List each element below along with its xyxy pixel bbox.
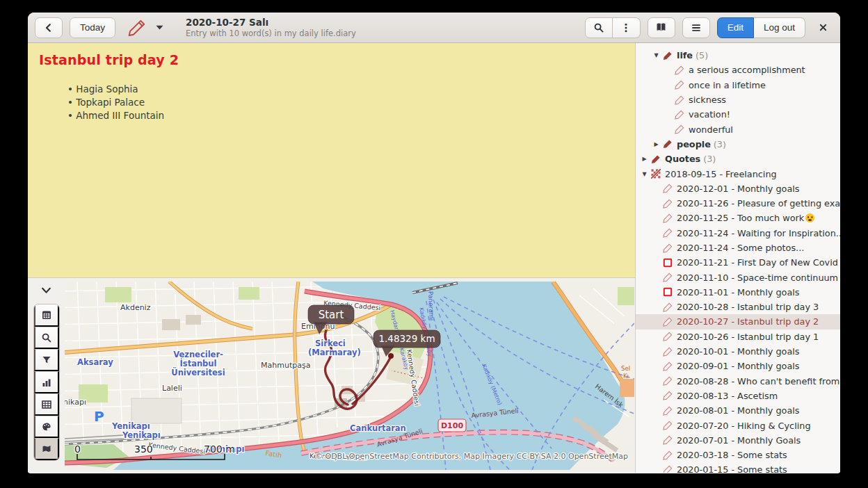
sidebar-row-label: 2020-11-01 - Monthly goals xyxy=(677,287,799,298)
sidebar-row[interactable]: 2020-11-24 - Some photos... xyxy=(636,241,840,255)
sidebar-row[interactable]: a serious accomplishment xyxy=(636,63,840,77)
sidebar-row[interactable]: ▼life(5) xyxy=(636,48,840,63)
sidebar-row[interactable]: 2020-07-20 - Hiking & Cycling xyxy=(636,418,840,432)
entry-icon xyxy=(663,302,673,312)
expander-down-icon[interactable]: ▼ xyxy=(640,171,649,177)
sidebar-row-label: a serious accomplishment xyxy=(689,65,805,75)
sidebar-row[interactable]: ▶Quotes(3) xyxy=(636,152,840,166)
map-toolbar-theme-button[interactable] xyxy=(34,416,59,438)
sidebar-tree: ▼life(5)a serious accomplishmentonce in … xyxy=(636,43,840,473)
entry-options-kebab-button[interactable] xyxy=(613,17,641,38)
map-toolbar-search-button[interactable] xyxy=(34,327,59,349)
search-icon xyxy=(41,332,52,343)
sidebar-row[interactable]: 2020-12-01 - Monthly goals xyxy=(636,181,840,196)
sidebar-row[interactable]: sickness xyxy=(636,92,840,107)
expander-right-icon[interactable]: ▶ xyxy=(652,141,661,147)
expander-right-icon[interactable]: ▶ xyxy=(640,156,649,162)
map-label-yenikapi-edge: Yenikapı xyxy=(65,398,86,407)
today-button[interactable]: Today xyxy=(70,17,115,38)
entry-icon xyxy=(675,65,685,75)
filter-icon xyxy=(41,355,52,366)
sidebar-row[interactable]: 2020-08-13 - Ascetism xyxy=(636,389,840,403)
search-button[interactable] xyxy=(585,17,613,38)
logout-button[interactable]: Log out xyxy=(754,17,805,38)
map-label-marmaray: (Marmaray) xyxy=(308,348,361,357)
entry-bullet-item: Ahmed III Fountain xyxy=(67,109,635,122)
entry-icon xyxy=(663,273,673,282)
entry-icon xyxy=(663,361,673,371)
entry-icon xyxy=(663,184,673,193)
map-toolbar-table-button[interactable] xyxy=(34,393,59,416)
square-icon xyxy=(663,258,673,268)
sidebar-row[interactable]: once in a lifetime xyxy=(636,78,840,92)
sidebar-row[interactable]: ▶people(3) xyxy=(636,137,840,152)
sidebar-row[interactable]: 2020-09-01 - Monthly goals xyxy=(636,359,840,373)
map-label-laleli: Laleli xyxy=(162,384,182,393)
sidebar-row[interactable]: 2020-08-01 - Monthly goals xyxy=(636,403,840,418)
sidebar-row[interactable]: 2020-11-10 - Space-time continuum xyxy=(636,270,840,284)
svg-text:Start: Start xyxy=(319,309,344,321)
map-view[interactable]: Akdeniz Aksaray Vezneciler- İstanbul Üni… xyxy=(65,282,634,470)
entry-icon xyxy=(663,199,673,209)
window-close-button[interactable] xyxy=(812,17,833,38)
sidebar-row[interactable]: 2020-10-26 - Istanbul trip day 1 xyxy=(636,330,840,344)
edit-button[interactable]: Edit xyxy=(717,17,754,38)
sidebar-row[interactable]: 2020-11-01 - Monthly goals xyxy=(636,285,840,300)
sidebar-row-label: 2020-03-18 - Some stats xyxy=(677,450,787,460)
back-button[interactable] xyxy=(35,17,63,38)
diary-app-window: Today 2020-10-27 Salı Entry with 10 wor xyxy=(28,13,840,473)
sidebar-row[interactable]: 2020-10-01 - Monthly goals xyxy=(636,344,840,359)
sidebar-row-label: 2020-11-26 - Pleasure of getting exac... xyxy=(677,198,840,209)
main-menu-button[interactable] xyxy=(682,17,710,38)
sidebar-row-label: 2020-11-24 - Waiting for Inspiration... xyxy=(677,228,840,238)
chevron-down-icon xyxy=(40,286,52,295)
sidebar-row[interactable]: wonderful xyxy=(636,122,840,136)
sidebar-row[interactable]: 2020-11-24 - Waiting for Inspiration... xyxy=(636,226,840,241)
entry-bullet-item: Topkapi Palace xyxy=(67,96,635,109)
entry-icon xyxy=(675,80,685,90)
map-toolbar-filter-button[interactable] xyxy=(34,349,59,371)
tag-count: (3) xyxy=(703,154,716,164)
map-toolbar-calendar-button[interactable] xyxy=(34,304,59,327)
map-canvas[interactable]: Akdeniz Aksaray Vezneciler- İstanbul Üni… xyxy=(65,282,634,470)
entry-icon xyxy=(675,124,685,134)
sidebar-row[interactable]: 2020-11-26 - Pleasure of getting exac... xyxy=(636,196,840,211)
square-icon xyxy=(663,287,673,297)
tag-count: (3) xyxy=(714,139,726,149)
sidebar-row[interactable]: 2020-10-27 - Istanbul trip day 2 xyxy=(636,314,840,329)
map-label-sel: Sel xyxy=(621,365,630,372)
bookmarks-button[interactable] xyxy=(648,17,675,38)
map-panel-collapse-button[interactable] xyxy=(35,282,58,299)
entry-pencil-menubutton[interactable] xyxy=(122,16,168,40)
svg-text:700 m: 700 m xyxy=(204,444,235,455)
sidebar-row-label: 2020-08-13 - Ascetism xyxy=(677,391,778,401)
sidebar-row[interactable]: 2020-10-28 - Istanbul trip day 3 xyxy=(636,300,840,314)
sidebar-row-label: 2020-10-01 - Monthly goals xyxy=(677,346,799,357)
map-label-istanbul: İstanbul xyxy=(180,358,217,368)
sidebar-row[interactable]: 2020-11-25 - Too much work xyxy=(636,211,840,225)
expander-down-icon[interactable]: ▼ xyxy=(652,52,661,58)
sidebar-row[interactable]: 2020-08-28 - Who can't benefit from ... xyxy=(636,374,840,389)
map-toolbar-map-button[interactable] xyxy=(34,438,59,460)
sidebar-row[interactable]: 2020-03-18 - Some stats xyxy=(636,448,840,462)
map-attribution: © ODBL OpenStreetMap Contributors, Map I… xyxy=(315,452,628,461)
sidebar-row[interactable]: 2020-07-01 - Monthly Goals xyxy=(636,433,840,448)
sidebar-row-label: 2020-10-26 - Istanbul trip day 1 xyxy=(677,332,819,342)
sidebar-row-label: 2020-11-10 - Space-time continuum xyxy=(677,273,838,283)
entry-icon xyxy=(675,110,685,120)
sidebar-row-label: once in a lifetime xyxy=(689,80,766,90)
sidebar-row[interactable]: ▼2018-09-15 - Freelancing xyxy=(636,166,840,181)
sidebar-row-label: 2020-11-21 - First Day of New Covid R... xyxy=(677,257,840,268)
entry-editor[interactable]: Istanbul trip day 2 Hagia SophiaTopkapi … xyxy=(28,43,635,277)
map-toolbar-chart-button[interactable] xyxy=(34,371,59,393)
sidebar-row[interactable]: 2020-01-15 - Some stats xyxy=(636,462,840,473)
sidebar-row[interactable]: 2020-11-21 - First Day of New Covid R... xyxy=(636,255,840,270)
map-label-mahmutpasa: Mahmutpaşa xyxy=(261,361,310,370)
search-icon xyxy=(593,22,604,33)
entry-icon xyxy=(663,391,673,400)
sidebar-row[interactable]: vacation! xyxy=(636,107,840,122)
close-icon xyxy=(818,22,828,33)
sidebar-row-label: life xyxy=(677,50,693,60)
map-label-panorami: Panorami xyxy=(427,291,435,321)
map-panel-strip xyxy=(28,278,65,473)
